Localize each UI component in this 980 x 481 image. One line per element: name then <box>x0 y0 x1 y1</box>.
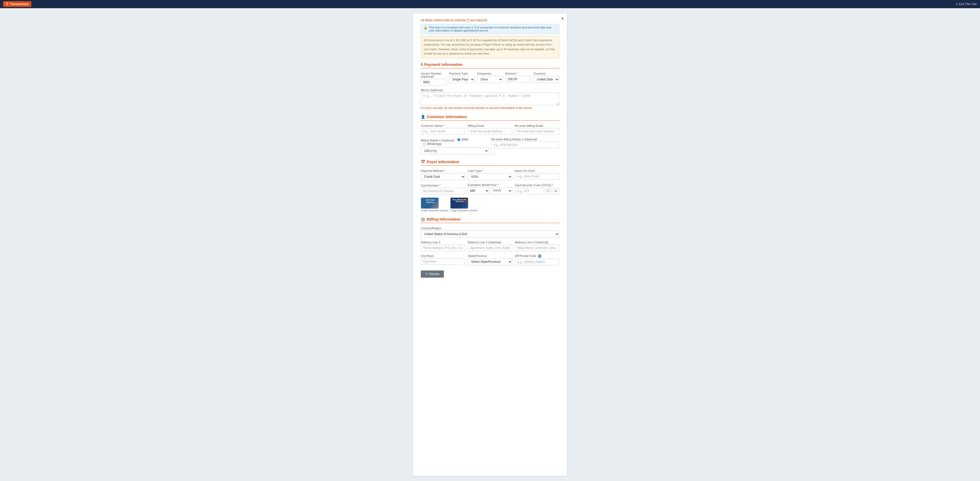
cvv-toggle-btn[interactable]: 👁 <box>552 188 559 194</box>
secure-notice: 🔒 This form is encrypted and uses a TLS … <box>421 24 559 34</box>
card-number-group: Card Number * <box>421 184 465 194</box>
review-button[interactable]: ✎ Review <box>421 270 444 278</box>
re-mobile-group: Re-enter Billing Mobile # (Optional) <box>491 138 559 154</box>
address1-group: Address Line 1 <box>421 241 465 251</box>
whatsapp-radio[interactable] <box>423 143 426 146</box>
calendar-icon: 📅 <box>421 160 425 164</box>
visa-caption: 3 Digit Verification Number <box>450 209 478 212</box>
cvv-group: Card Security Code (CVV2) * ⓘ 👁 <box>515 184 559 194</box>
address1-input[interactable] <box>421 244 465 251</box>
name-on-card-group: Name On Card <box>515 169 559 180</box>
customer-name-input[interactable] <box>421 128 465 135</box>
payment-method-label: Payment Method * <box>421 169 465 172</box>
customer-name-group: Customer Name * <box>421 124 465 135</box>
amount-group: Amount * <box>505 72 531 86</box>
customer-name-label: Customer Name * <box>421 124 465 127</box>
transactions-icon: ☰ <box>6 2 8 6</box>
state-select[interactable]: Select State/Province AlabamaAlaskaArizo… <box>468 258 512 265</box>
person-icon: 👤 <box>421 115 425 119</box>
country-group: Country/Region United States of America … <box>421 227 559 238</box>
address2-label: Address Line 2 (Optional) <box>468 241 512 244</box>
country-label: Country/Region <box>421 227 559 230</box>
expiry-group: Expiration Month/Year * MM 01020304 0506… <box>468 183 512 194</box>
mobile-country-select[interactable]: USA (+1) <box>421 147 489 154</box>
amex-caption: 4 Digit Verification Number <box>421 209 448 212</box>
page-wrapper: ▲ All fields marked with an asterisk (*)… <box>0 8 980 481</box>
billing-section-header: 🏢 Billing Information <box>421 217 559 223</box>
customer-row-2: Billing Mobile # (Optional) SMS WhatsApp <box>421 138 559 154</box>
currency-group: Currency United States Dollar (USD) Cana… <box>534 72 559 86</box>
payment-section-header: $ Payment Information <box>421 62 559 68</box>
invoice-input[interactable] <box>421 79 446 86</box>
payer-row-2: Card Number * Expiration Month/Year * MM… <box>421 183 559 212</box>
payment-type-select[interactable]: Single Payment Recurring Payment <box>449 76 475 83</box>
billing-city-row: City/Town State/Province Select State/Pr… <box>421 254 559 265</box>
state-group: State/Province Select State/Province Ala… <box>468 254 512 265</box>
payer-section: 📅 Payer Information Payment Method * Cre… <box>421 160 559 212</box>
cvv-label: Card Security Code (CVV2) * <box>515 184 559 187</box>
customer-section: 👤 Customer Information Customer Name * B… <box>421 114 559 154</box>
city-label: City/Town <box>421 254 465 257</box>
building-icon: 🏢 <box>421 217 425 221</box>
city-input[interactable] <box>421 258 465 265</box>
mobile-group: Billing Mobile # (Optional) SMS WhatsApp <box>421 138 489 154</box>
cvv-wrapper: ⓘ 👁 <box>515 187 559 194</box>
payment-method-select[interactable]: Credit Card eCheck (ACH) <box>421 173 465 180</box>
address3-group: Address Line 3 (Optional) <box>515 241 559 251</box>
memo-group: Memo (Optional) <box>421 89 559 105</box>
cvv-info-btn[interactable]: ⓘ <box>545 187 552 194</box>
frequency-label: Frequency <box>477 72 503 75</box>
amount-label: Amount * <box>505 72 531 75</box>
amex-card-box: American Express 4 Digit Verification Nu… <box>421 197 448 212</box>
billing-email-input[interactable] <box>468 128 512 135</box>
nav-brand: ☰ Transactions <box>3 1 31 7</box>
lock-icon: 🔒 <box>424 26 428 29</box>
visa-cvv-circle <box>463 199 467 203</box>
amount-input[interactable] <box>505 76 531 83</box>
cvv-input[interactable] <box>515 188 544 194</box>
customer-row-1: Customer Name * Billing Email Re-enter B… <box>421 124 559 135</box>
zip-label: ZIP/Postal Code ? <box>515 254 559 258</box>
billing-section: 🏢 Billing Information Country/Region Uni… <box>421 217 559 265</box>
collapse-button[interactable]: ▲ <box>561 16 564 20</box>
address1-label: Address Line 1 <box>421 241 465 244</box>
memo-textarea[interactable] <box>421 92 559 105</box>
exit-site-button[interactable]: ➔ Exit This Site <box>955 2 977 6</box>
payment-type-label: Payment Type <box>449 72 475 75</box>
dollar-icon: $ <box>421 62 423 67</box>
re-mobile-input[interactable] <box>491 141 559 148</box>
card-number-label: Card Number * <box>421 184 465 187</box>
memo-label: Memo (Optional) <box>421 89 559 92</box>
card-type-select[interactable]: VISA Mastercard Discover American Expres… <box>468 173 512 180</box>
top-nav: ☰ Transactions ➔ Exit This Site <box>0 0 980 8</box>
expiry-year-select[interactable]: YYYY 20242025202620272028 <box>491 187 512 194</box>
pencil-icon: ✎ <box>425 272 428 276</box>
frequency-group: Frequency Once Weekly Monthly Yearly <box>477 72 503 86</box>
zip-input[interactable] <box>515 259 559 265</box>
re-email-group: Re-enter Billing Email <box>515 124 559 135</box>
amex-cvv-circle <box>433 203 438 208</box>
country-select[interactable]: United States of America (USA) Canada Un… <box>421 230 559 238</box>
billing-address-row: Address Line 1 Address Line 2 (Optional)… <box>421 241 559 251</box>
fee-notice: A Convenience Fee of 1.99 USD or 3.25 % … <box>421 36 559 58</box>
address2-input[interactable] <box>468 244 512 251</box>
billing-email-group: Billing Email <box>468 124 512 135</box>
card-number-input[interactable] <box>421 188 465 194</box>
billing-country-row: Country/Region United States of America … <box>421 227 559 238</box>
re-email-input[interactable] <box>515 128 559 135</box>
zip-help-icon[interactable]: ? <box>538 254 541 258</box>
re-mobile-label: Re-enter Billing Mobile # (Optional) <box>491 138 559 141</box>
sms-radio[interactable] <box>457 138 461 141</box>
expiry-month-select[interactable]: MM 01020304 05060708 09101112 <box>468 187 489 194</box>
currency-select[interactable]: United States Dollar (USD) Canadian Doll… <box>534 76 559 83</box>
address3-input[interactable] <box>515 244 559 251</box>
payment-method-group: Payment Method * Credit Card eCheck (ACH… <box>421 169 465 180</box>
visa-card-image: Visa, Mastercard, Discover <box>450 197 468 209</box>
name-on-card-input[interactable] <box>515 173 559 180</box>
frequency-select[interactable]: Once Weekly Monthly Yearly <box>477 76 503 83</box>
form-container: ▲ All fields marked with an asterisk (*)… <box>413 13 567 476</box>
invoice-group: Invoice Number (Optional) <box>421 72 446 86</box>
re-email-label: Re-enter Billing Email <box>515 124 559 127</box>
payer-section-header: 📅 Payer Information <box>421 160 559 166</box>
payer-row-1: Payment Method * Credit Card eCheck (ACH… <box>421 169 559 180</box>
